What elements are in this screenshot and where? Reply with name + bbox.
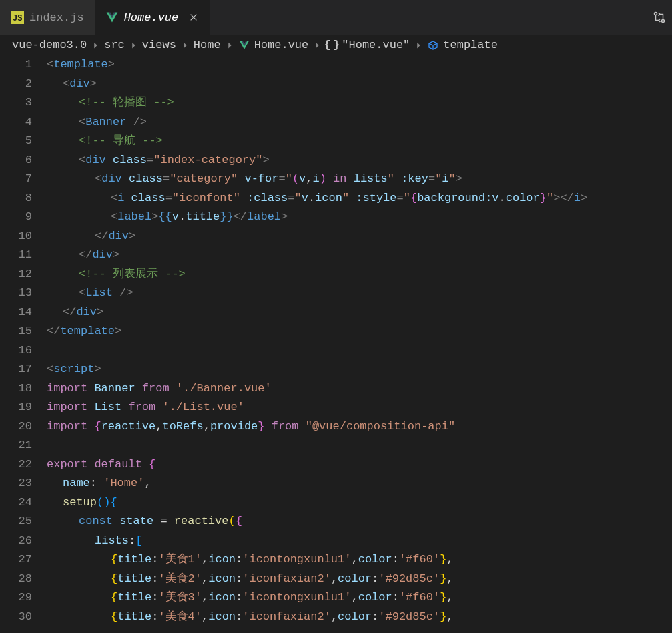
code-line[interactable]: <div class="category" v-for="(v,i) in li…: [47, 170, 672, 189]
line-number: 12: [0, 265, 32, 284]
tab-home-vue[interactable]: Home.vue: [95, 0, 211, 35]
code-line[interactable]: <List />: [47, 284, 672, 303]
code-line[interactable]: name: 'Home',: [47, 474, 672, 493]
close-icon[interactable]: [188, 11, 200, 23]
line-number: 22: [0, 455, 32, 475]
code-line[interactable]: </div>: [47, 227, 672, 246]
code-line[interactable]: {title:'美食1',icon:'icontongxunlu1',color…: [47, 550, 672, 570]
code-line[interactable]: export default {: [47, 455, 672, 475]
code-line[interactable]: <div class="index-category">: [47, 151, 672, 170]
code-editor[interactable]: 1234567891011121314151617181920212223242…: [0, 55, 672, 626]
code-line[interactable]: [47, 436, 672, 455]
line-number: 5: [0, 132, 32, 151]
code-line[interactable]: <!-- 列表展示 -->: [47, 265, 672, 284]
line-number: 21: [0, 436, 32, 455]
crumb-home[interactable]: Home: [194, 39, 221, 51]
crumb-project[interactable]: vue-demo3.0: [12, 39, 87, 51]
svg-point-2: [654, 12, 657, 15]
line-number: 29: [0, 588, 32, 608]
code-line[interactable]: <!-- 轮播图 -->: [47, 93, 672, 113]
compare-icon[interactable]: [652, 10, 667, 25]
line-number: 3: [0, 93, 32, 113]
code-line[interactable]: setup(){: [47, 493, 672, 513]
line-number: 25: [0, 512, 32, 532]
crumb-file[interactable]: Home.vue: [238, 39, 309, 51]
line-number: 4: [0, 113, 32, 132]
toolbar-actions: [652, 0, 667, 35]
vue-icon: [105, 11, 119, 24]
line-number: 17: [0, 360, 32, 379]
line-number: 15: [0, 322, 32, 341]
chevron-right-icon: [412, 41, 424, 50]
line-number: 26: [0, 532, 32, 551]
line-number: 24: [0, 493, 32, 513]
chevron-right-icon: [89, 41, 101, 50]
line-number: 28: [0, 570, 32, 589]
line-number: 13: [0, 284, 32, 303]
line-number: 10: [0, 227, 32, 246]
tab-bar: JS index.js Home.vue: [0, 0, 672, 35]
code-line[interactable]: import Banner from './Banner.vue': [47, 379, 672, 399]
svg-text:JS: JS: [13, 14, 22, 23]
line-number: 11: [0, 246, 32, 265]
svg-point-3: [661, 19, 664, 22]
code-line[interactable]: <Banner />: [47, 113, 672, 132]
code-line[interactable]: [47, 341, 672, 361]
cube-icon: [427, 39, 439, 51]
code-line[interactable]: const state = reactive({: [47, 512, 672, 532]
code-line[interactable]: lists:[: [47, 532, 672, 551]
code-line[interactable]: </div>: [47, 246, 672, 265]
chevron-right-icon: [179, 41, 191, 50]
code-line[interactable]: </template>: [47, 322, 672, 341]
code-line[interactable]: import {reactive,toRefs,provide} from "@…: [47, 417, 672, 437]
braces-icon: { }: [326, 39, 338, 51]
code-line[interactable]: <script>: [47, 360, 672, 379]
line-number: 2: [0, 75, 32, 94]
code-line[interactable]: <div>: [47, 75, 672, 94]
chevron-right-icon: [127, 41, 139, 50]
line-number: 20: [0, 417, 32, 437]
line-number: 18: [0, 379, 32, 399]
code-line[interactable]: <template>: [47, 55, 672, 75]
crumb-views[interactable]: views: [142, 39, 176, 51]
code-line[interactable]: {title:'美食2',icon:'iconfaxian2',color:'#…: [47, 570, 672, 589]
line-number: 23: [0, 474, 32, 493]
code-line[interactable]: <i class="iconfont" :class="v.icon" :sty…: [47, 189, 672, 208]
breadcrumb[interactable]: vue-demo3.0 src views Home Home.vue { } …: [0, 35, 672, 55]
line-number: 1: [0, 55, 32, 75]
line-number: 30: [0, 608, 32, 627]
vue-icon: [238, 39, 250, 51]
line-number: 8: [0, 189, 32, 208]
crumb-src[interactable]: src: [104, 39, 125, 51]
tab-index-js[interactable]: JS index.js: [0, 0, 95, 35]
code-content[interactable]: <template><div><!-- 轮播图 --><Banner /><!-…: [47, 55, 672, 626]
line-number: 6: [0, 151, 32, 170]
js-icon: JS: [11, 11, 24, 24]
code-line[interactable]: {title:'美食3',icon:'icontongxunlu1',color…: [47, 588, 672, 608]
chevron-right-icon: [224, 41, 236, 50]
code-line[interactable]: <label>{{v.title}}</label>: [47, 208, 672, 227]
tab-label: index.js: [29, 11, 84, 24]
crumb-symbol-object[interactable]: { } "Home.vue": [326, 39, 410, 51]
tab-label: Home.vue: [124, 11, 179, 24]
code-line[interactable]: </div>: [47, 303, 672, 323]
line-number: 9: [0, 208, 32, 227]
crumb-symbol-template[interactable]: template: [427, 39, 498, 51]
line-number: 14: [0, 303, 32, 323]
line-number: 19: [0, 398, 32, 417]
line-number-gutter: 1234567891011121314151617181920212223242…: [0, 55, 47, 626]
line-number: 16: [0, 341, 32, 361]
code-line[interactable]: {title:'美食4',icon:'iconfaxian2',color:'#…: [47, 608, 672, 627]
line-number: 7: [0, 170, 32, 189]
chevron-right-icon: [311, 41, 323, 50]
code-line[interactable]: <!-- 导航 -->: [47, 132, 672, 151]
code-line[interactable]: import List from './List.vue': [47, 398, 672, 417]
line-number: 27: [0, 550, 32, 570]
